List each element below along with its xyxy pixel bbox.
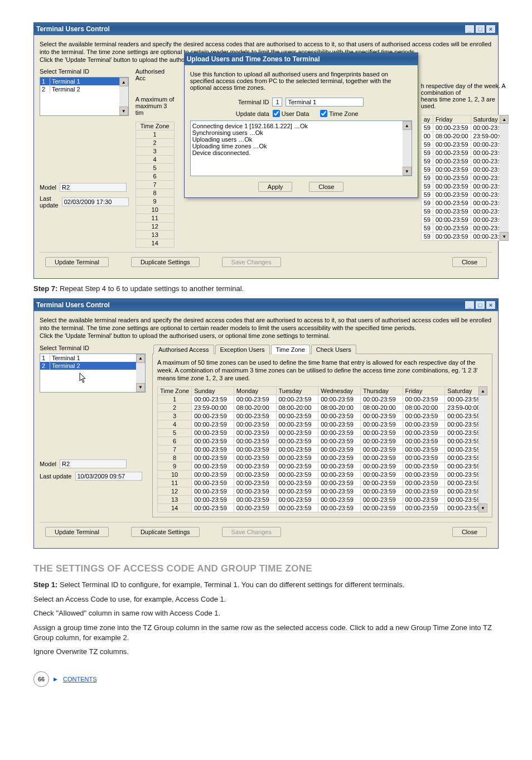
cell[interactable]: 08:00-20:00 [360,404,403,412]
terminal-list-item[interactable]: 2 Terminal 2 [40,362,145,370]
cell[interactable]: 00:00-23:59 [403,395,445,404]
cell[interactable]: 00:00-23:59 [360,462,403,471]
terminal-list-item[interactable]: 1 Terminal 1 [40,78,128,85]
cell[interactable]: 00:00-23:59 [234,454,276,462]
table-row[interactable]: 5900:00-23:5900:00-23:59 [421,224,509,233]
cell[interactable]: 2 [158,404,192,412]
cell[interactable]: 00:00-23:59 [318,471,361,479]
tab-exception-users[interactable]: Exception Users [215,345,270,354]
cell[interactable]: 00:00-23:59 [433,182,471,191]
table-row[interactable]: 5900:00-23:5900:00-23:59 [421,174,509,182]
cell[interactable]: 00:00-23:59 [360,437,403,446]
cell[interactable]: 13 [158,496,192,504]
table-row[interactable]: 5900:00-23:5900:00-23:59 [421,149,509,157]
cell[interactable]: 59 [421,141,433,149]
chevron-up-icon[interactable]: ▲ [136,354,145,363]
cell[interactable]: 59 [421,149,433,157]
tz-cell[interactable]: 6 [136,172,174,181]
table-row[interactable]: 1300:00-23:5900:00-23:5900:00-23:5900:00… [158,496,487,504]
cell[interactable]: 00:00-23:59 [192,437,234,446]
cell[interactable]: 00:00-23:59 [433,141,471,149]
tz-cell[interactable]: 11 [136,214,174,222]
cell[interactable]: 00:00-23:59 [360,496,403,504]
table-row[interactable]: 5900:00-23:5900:00-23:59 [421,157,509,166]
cell[interactable]: 00:00-23:59 [360,471,403,479]
tz-cell[interactable]: 8 [136,189,174,197]
tz-cell[interactable]: 2 [136,139,174,147]
cell[interactable]: 00:00-23:59 [318,446,361,454]
cell[interactable]: 00:00-23:59 [403,479,445,487]
table-row[interactable]: 5900:00-23:5900:00-23:59 [421,124,509,132]
cell[interactable]: 00:00-23:59 [192,471,234,479]
scrollbar[interactable]: ▲ ▼ [500,115,509,241]
cell[interactable]: 08:00-20:00 [318,404,361,412]
cell[interactable]: 08:00-20:00 [276,404,318,412]
cell[interactable]: 00:00-23:59 [433,166,471,174]
chevron-down-icon[interactable]: ▼ [119,107,128,115]
tz-cell[interactable]: 3 [136,147,174,156]
cell[interactable]: 9 [158,462,192,471]
cell[interactable]: 4 [158,420,192,429]
cell[interactable]: 00:00-23:59 [433,224,471,233]
apply-button[interactable]: Apply [258,182,293,192]
table-row[interactable]: 5900:00-23:5900:00-23:59 [421,199,509,207]
scrollbar[interactable]: ▲ ▼ [136,354,145,392]
cell[interactable]: 00:00-23:59 [403,454,445,462]
title-bar[interactable]: Terminal Users Control _ □ × [34,299,498,311]
cell[interactable]: 59 [421,207,433,216]
cell[interactable]: 5 [158,429,192,437]
table-row[interactable]: 900:00-23:5900:00-23:5900:00-23:5900:00-… [158,462,487,471]
table-row[interactable]: 5900:00-23:5900:00-23:59 [421,216,509,224]
cell[interactable]: 00:00-23:59 [318,487,361,496]
table-row[interactable]: 5900:00-23:5900:00-23:59 [421,233,509,241]
table-row[interactable]: 800:00-23:5900:00-23:5900:00-23:5900:00-… [158,454,487,462]
cell[interactable]: 59 [421,199,433,207]
cell[interactable]: 00:00-23:59 [234,487,276,496]
cell[interactable]: 59 [421,182,433,191]
cell[interactable]: 00:00-23:59 [318,496,361,504]
cell[interactable]: 00:00-23:59 [192,504,234,512]
update-terminal-button[interactable]: Update Terminal [45,527,109,537]
checkbox-user-data[interactable]: User Data [273,110,309,117]
contents-link[interactable]: CONTENTS [63,676,97,682]
update-terminal-button[interactable]: Update Terminal [45,257,109,267]
cell[interactable]: 00:00-23:59 [433,124,471,132]
cell[interactable]: 00:00-23:59 [192,479,234,487]
cell[interactable]: 00:00-23:59 [360,429,403,437]
checkbox-time-zone[interactable]: Time Zone [320,110,358,117]
cell[interactable]: 6 [158,437,192,446]
scrollbar[interactable]: ▲ ▼ [478,386,487,512]
cell[interactable]: 00:00-23:59 [360,504,403,512]
table-row[interactable]: 5900:00-23:5900:00-23:59 [421,141,509,149]
terminal-list[interactable]: 1 Terminal 1 2 Terminal 2 ▲ ▼ [40,354,146,393]
table-row[interactable]: 223:59-00:0008:00-20:0008:00-20:0008:00-… [158,404,487,412]
cell[interactable]: 59 [421,233,433,241]
chevron-down-icon[interactable]: ▼ [403,167,412,176]
cell[interactable]: 00:00-23:59 [403,504,445,512]
cell[interactable]: 00:00-23:59 [234,462,276,471]
cell[interactable]: 00:00-23:59 [403,471,445,479]
tz-cell[interactable]: 1 [136,130,174,139]
cell[interactable]: 00:00-23:59 [276,479,318,487]
cell[interactable]: 00:00-23:59 [234,504,276,512]
cell[interactable]: 00:00-23:59 [276,496,318,504]
scrollbar[interactable]: ▲ ▼ [403,121,412,176]
cell[interactable]: 00:00-23:59 [318,454,361,462]
cell[interactable]: 00:00-23:59 [192,395,234,404]
cell[interactable]: 00:00-23:59 [403,437,445,446]
cell[interactable]: 59 [421,224,433,233]
cell[interactable]: 00:00-23:59 [318,504,361,512]
cell[interactable]: 11 [158,479,192,487]
maximize-icon[interactable]: □ [475,301,485,309]
table-row[interactable]: 5900:00-23:5900:00-23:59 [421,191,509,199]
table-row[interactable]: 700:00-23:5900:00-23:5900:00-23:5900:00-… [158,446,487,454]
maximize-icon[interactable]: □ [475,25,485,33]
tz-cell[interactable]: 10 [136,206,174,214]
cell[interactable]: 00:00-23:59 [318,437,361,446]
tab-authorised-access[interactable]: Authorised Access [153,345,214,354]
tz-cell[interactable]: 13 [136,231,174,239]
cell[interactable]: 00:00-23:59 [276,462,318,471]
chevron-down-icon[interactable]: ▼ [136,383,145,392]
tz-cell[interactable]: 9 [136,197,174,206]
dialog-title-bar[interactable]: Upload Users and Time Zones to Terminal [185,53,418,65]
